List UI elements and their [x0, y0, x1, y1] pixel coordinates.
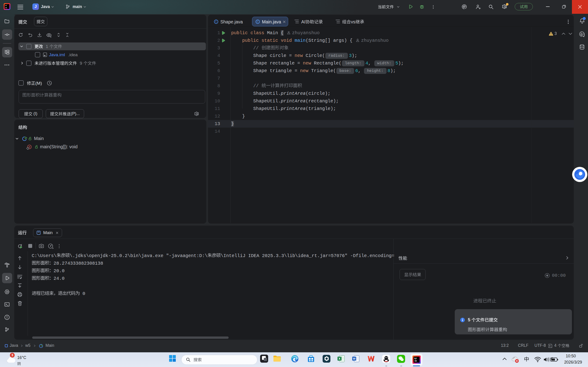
svg-text:C: C: [257, 20, 259, 23]
svg-text:C: C: [215, 20, 217, 23]
